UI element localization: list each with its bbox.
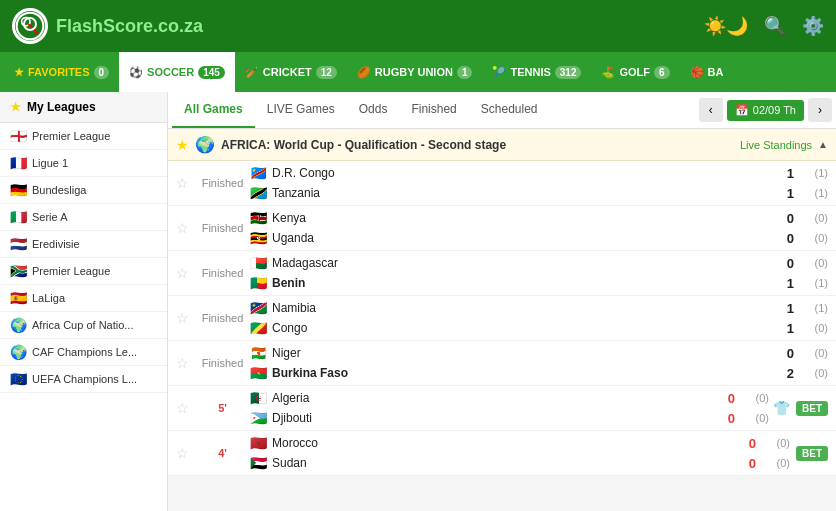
match-star-5[interactable]: ☆ xyxy=(176,355,189,371)
sidebar-item-caf-champions[interactable]: 🌍 CAF Champions Le... xyxy=(0,339,167,366)
team-score: 2 xyxy=(774,366,794,381)
svg-point-1 xyxy=(22,18,30,26)
logo-container: FlashScore.co.za xyxy=(12,8,704,44)
date-next-arrow[interactable]: › xyxy=(808,98,832,122)
bet-button-1[interactable]: BET xyxy=(796,401,828,416)
match-row: ☆ Finished 🇨🇩 D.R. Congo 1 (1) 🇹🇿 Tanzan… xyxy=(168,161,836,206)
team-name: Namibia xyxy=(272,301,770,315)
match-star-6[interactable]: ☆ xyxy=(176,400,189,416)
filter-tab-live-games[interactable]: LIVE Games xyxy=(255,92,347,128)
team-row-5-away: 🇧🇫 Burkina Faso 2 (0) xyxy=(250,363,828,383)
sidebar-item-laliga[interactable]: 🇪🇸 LaLiga xyxy=(0,285,167,312)
sport-tab-tennis[interactable]: 🎾 TENNIS 312 xyxy=(482,52,591,92)
my-leagues-label: My Leagues xyxy=(27,100,96,114)
sidebar-item-ligue1[interactable]: 🇫🇷 Ligue 1 xyxy=(0,150,167,177)
extra-score: (0) xyxy=(798,212,828,224)
extra-score: (0) xyxy=(798,257,828,269)
teams-col-2: 🇰🇪 Kenya 0 (0) 🇺🇬 Uganda 0 (0) xyxy=(250,206,828,250)
date-prev-arrow[interactable]: ‹ xyxy=(699,98,723,122)
rugby-badge: 1 xyxy=(457,66,473,79)
extra-score: (0) xyxy=(798,367,828,379)
soccer-label: SOCCER xyxy=(147,66,194,78)
tennis-icon: 🎾 xyxy=(492,66,506,79)
team-score: 1 xyxy=(774,276,794,291)
afcon-flag: 🌍 xyxy=(10,320,26,331)
team-name: Morocco xyxy=(272,436,732,450)
team-row-2-home: 🇰🇪 Kenya 0 (0) xyxy=(250,208,828,228)
tennis-badge: 312 xyxy=(555,66,582,79)
date-display: 📅 02/09 Th xyxy=(727,100,804,121)
favorites-label: FAVORITES xyxy=(28,66,90,78)
collapse-icon[interactable]: ▲ xyxy=(818,139,828,150)
league-star-icon[interactable]: ★ xyxy=(176,137,189,153)
match-star-7[interactable]: ☆ xyxy=(176,445,189,461)
sport-tab-golf[interactable]: ⛳ GOLF 6 xyxy=(591,52,679,92)
ba-label: BA xyxy=(708,66,724,78)
extra-score: (0) xyxy=(798,347,828,359)
caf-champions-flag: 🌍 xyxy=(10,347,26,358)
team-row-6-home: 🇩🇿 Algeria 0 (0) xyxy=(250,388,769,408)
favorites-badge: 0 xyxy=(94,66,110,79)
live-standings-link[interactable]: Live Standings xyxy=(740,139,812,151)
eredivisie-flag: 🇳🇱 xyxy=(10,239,26,250)
team-score: 0 xyxy=(736,436,756,451)
team-name: Uganda xyxy=(272,231,770,245)
sport-tab-soccer[interactable]: ⚽ SOCCER 145 xyxy=(119,52,235,92)
team-name: Niger xyxy=(272,346,770,360)
team-flag: 🇰🇪 xyxy=(250,210,268,226)
team-flag: 🇳🇦 xyxy=(250,300,268,316)
league-header: ★ 🌍 AFRICA: World Cup - Qualification - … xyxy=(168,129,836,161)
bet-button-2[interactable]: BET xyxy=(796,446,828,461)
filter-tab-scheduled[interactable]: Scheduled xyxy=(469,92,550,128)
match-star-4[interactable]: ☆ xyxy=(176,310,189,326)
match-status-5: Finished xyxy=(195,357,250,369)
search-icon[interactable]: 🔍 xyxy=(764,15,786,37)
sidebar-item-bundesliga[interactable]: 🇩🇪 Bundesliga xyxy=(0,177,167,204)
match-row-live-2: ☆ 4' 🇲🇦 Morocco 0 (0) 🇸🇩 Sudan 0 (0) BET xyxy=(168,431,836,476)
sidebar-item-premier-league-en[interactable]: 🏴󠁧󠁢󠁥󠁮󠁧󠁿 Premier League xyxy=(0,123,167,150)
eredivisie-label: Eredivisie xyxy=(32,238,80,250)
match-star-3[interactable]: ☆ xyxy=(176,265,189,281)
filter-tab-all-games[interactable]: All Games xyxy=(172,92,255,128)
sidebar-item-uefa-champions[interactable]: 🇪🇺 UEFA Champions L... xyxy=(0,366,167,393)
match-row-live-1: ☆ 5' 🇩🇿 Algeria 0 (0) 🇩🇯 Djibouti 0 (0) … xyxy=(168,386,836,431)
main-layout: ★ My Leagues 🏴󠁧󠁢󠁥󠁮󠁧󠁿 Premier League 🇫🇷 L… xyxy=(0,92,836,511)
match-status-2: Finished xyxy=(195,222,250,234)
team-flag: 🇧🇯 xyxy=(250,275,268,291)
sport-tab-favorites[interactable]: ★ FAVORITES 0 xyxy=(4,52,119,92)
team-score: 1 xyxy=(774,186,794,201)
golf-icon: ⛳ xyxy=(601,66,615,79)
date-text: 02/09 Th xyxy=(753,104,796,116)
team-flag: 🇩🇯 xyxy=(250,410,268,426)
team-name: Burkina Faso xyxy=(272,366,770,380)
match-star-1[interactable]: ☆ xyxy=(176,175,189,191)
filter-tab-finished[interactable]: Finished xyxy=(399,92,468,128)
team-flag: 🇲🇦 xyxy=(250,435,268,451)
extra-score: (0) xyxy=(798,322,828,334)
header-icons: ☀️🌙 🔍 ⚙️ xyxy=(704,15,824,37)
team-row-1-away: 🇹🇿 Tanzania 1 (1) xyxy=(250,183,828,203)
sidebar-item-afcon[interactable]: 🌍 Africa Cup of Natio... xyxy=(0,312,167,339)
extra-score: (1) xyxy=(798,302,828,314)
extra-score: (0) xyxy=(760,457,790,469)
sport-tab-cricket[interactable]: 🏏 CRICKET 12 xyxy=(235,52,347,92)
match-star-2[interactable]: ☆ xyxy=(176,220,189,236)
sport-tab-rugby[interactable]: 🏉 RUGBY UNION 1 xyxy=(347,52,483,92)
day-night-toggle[interactable]: ☀️🌙 xyxy=(704,15,748,37)
team-score: 0 xyxy=(774,256,794,271)
team-row-5-home: 🇳🇪 Niger 0 (0) xyxy=(250,343,828,363)
sidebar-item-eredivisie[interactable]: 🇳🇱 Eredivisie xyxy=(0,231,167,258)
team-score: 0 xyxy=(774,211,794,226)
filter-tab-odds[interactable]: Odds xyxy=(347,92,400,128)
sidebar-item-serie-a[interactable]: 🇮🇹 Serie A xyxy=(0,204,167,231)
ligue1-label: Ligue 1 xyxy=(32,157,68,169)
match-status-6: 5' xyxy=(195,402,250,414)
caf-champions-label: CAF Champions Le... xyxy=(32,346,137,358)
settings-icon[interactable]: ⚙️ xyxy=(802,15,824,37)
sidebar-item-premier-league-za[interactable]: 🇿🇦 Premier League xyxy=(0,258,167,285)
team-score: 0 xyxy=(715,391,735,406)
sport-tab-ba[interactable]: 🏀 BA xyxy=(680,52,734,92)
teams-col-4: 🇳🇦 Namibia 1 (1) 🇨🇬 Congo 1 (0) xyxy=(250,296,828,340)
cricket-icon: 🏏 xyxy=(245,66,259,79)
match-row: ☆ Finished 🇳🇦 Namibia 1 (1) 🇨🇬 Congo 1 (… xyxy=(168,296,836,341)
